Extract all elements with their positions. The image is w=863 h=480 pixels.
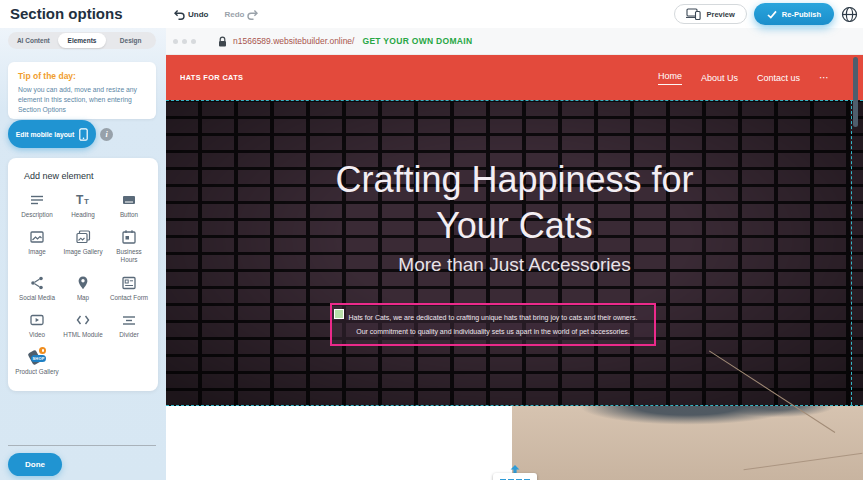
element-item-html-module[interactable]: HTML Module <box>60 311 106 339</box>
section-outline-right <box>851 101 852 405</box>
tab-ai-content[interactable]: AI Content <box>9 33 58 48</box>
element-item-label: Contact Form <box>110 294 148 302</box>
arrow-up-icon <box>510 465 520 473</box>
site-nav: Home About Us Contact us ⋯ <box>658 55 829 100</box>
nav-home[interactable]: Home <box>658 71 682 85</box>
site-preview-canvas: n1566589.websitebuilder.online/ GET YOUR… <box>166 28 863 480</box>
element-item-label: Video <box>29 331 45 339</box>
product-gallery-icon: SHOP <box>27 348 47 365</box>
element-item-label: Divider <box>119 331 139 339</box>
nav-about-us[interactable]: About Us <box>701 73 738 83</box>
tab-design[interactable]: Design <box>106 33 155 48</box>
element-item-social-media[interactable]: Social Media <box>14 274 60 302</box>
next-section-image <box>512 406 863 480</box>
map-pin-icon <box>75 274 91 291</box>
undo-redo-group: Undo Redo <box>172 0 260 28</box>
element-item-description[interactable]: Description <box>14 191 60 219</box>
element-item-label: Image <box>28 248 46 256</box>
top-toolbar: Section options Undo Redo Preview Re-Pub… <box>0 0 863 28</box>
site-logo[interactable]: HATS FOR CATS <box>180 55 243 100</box>
tab-label: AI Content <box>17 37 50 44</box>
hero-subheading[interactable]: More than Just Accessories <box>166 254 863 276</box>
info-icon[interactable]: i <box>100 128 113 141</box>
hero-heading-line1: Crafting Happiness for <box>166 157 863 203</box>
lock-icon <box>218 36 227 47</box>
element-item-divider[interactable]: Divider <box>106 311 152 339</box>
edit-mobile-label: Edit mobile layout <box>16 131 75 138</box>
top-right-actions: Preview Re-Publish <box>674 0 858 28</box>
heading-icon: TT <box>75 191 91 208</box>
canvas-scrollbar-thumb[interactable] <box>853 57 858 127</box>
redo-icon <box>247 8 260 21</box>
redo-button[interactable]: Redo <box>224 8 260 21</box>
paragraph-line1: Hats for Cats, we are dedicated to craft… <box>348 311 637 324</box>
social-media-icon <box>29 274 45 291</box>
republish-button[interactable]: Re-Publish <box>754 3 834 25</box>
image-icon <box>29 228 45 245</box>
republish-label: Re-Publish <box>782 10 821 19</box>
preview-button[interactable]: Preview <box>674 4 746 24</box>
divider-icon <box>121 311 137 328</box>
tab-elements[interactable]: Elements <box>58 33 107 48</box>
undo-label: Undo <box>188 10 208 19</box>
element-grid: Description TT Heading Button Image Imag… <box>8 181 158 376</box>
nav-more-icon[interactable]: ⋯ <box>819 72 829 83</box>
element-item-business-hours[interactable]: Business Hours <box>106 228 152 264</box>
element-item-label: Description <box>21 211 53 219</box>
add-element-title: Add new element <box>8 158 158 181</box>
hero-heading-line2: Your Cats <box>166 203 863 249</box>
element-item-label: Map <box>77 294 89 302</box>
element-item-image-gallery[interactable]: Image Gallery <box>60 228 106 264</box>
element-item-video[interactable]: Video <box>14 311 60 339</box>
get-own-domain-link[interactable]: GET YOUR OWN DOMAIN <box>362 36 472 46</box>
element-item-product-gallery[interactable]: SHOP Product Gallery <box>14 348 60 376</box>
nav-contact-us[interactable]: Contact us <box>757 73 800 83</box>
panel-tabs: AI Content Elements Design <box>8 32 156 49</box>
element-item-label: Product Gallery <box>15 368 58 376</box>
panel-divider <box>8 445 156 446</box>
element-item-button[interactable]: Button <box>106 191 152 219</box>
element-item-label: HTML Module <box>63 331 102 339</box>
undo-button[interactable]: Undo <box>172 8 208 21</box>
globe-language-icon[interactable] <box>841 6 858 23</box>
selected-paragraph-element[interactable]: Hats for Cats, we are dedicated to craft… <box>330 303 656 346</box>
svg-text:T: T <box>76 193 84 207</box>
selected-hero-section[interactable]: Crafting Happiness for Your Cats More th… <box>166 100 863 406</box>
tip-body: Now you can add, move and resize any ele… <box>18 85 146 116</box>
devices-icon <box>686 8 701 20</box>
hero-heading[interactable]: Crafting Happiness for Your Cats <box>166 157 863 249</box>
element-item-map[interactable]: Map <box>60 274 106 302</box>
site-header: HATS FOR CATS Home About Us Contact us ⋯ <box>166 55 863 100</box>
element-item-label: Heading <box>71 211 94 219</box>
element-item-label: Image Gallery <box>63 248 102 256</box>
shop-tag: SHOP <box>31 355 46 362</box>
selection-handle[interactable] <box>334 309 344 319</box>
html-code-icon <box>75 311 91 328</box>
phone-icon <box>79 128 88 141</box>
redo-label: Redo <box>224 10 244 19</box>
site-url[interactable]: n1566589.websitebuilder.online/ <box>233 36 354 46</box>
description-icon <box>29 191 45 208</box>
edit-mobile-layout-button[interactable]: Edit mobile layout <box>8 120 96 148</box>
done-button[interactable]: Done <box>8 453 62 476</box>
tab-label: Elements <box>68 37 97 44</box>
element-item-heading[interactable]: TT Heading <box>60 191 106 219</box>
contact-form-icon <box>121 274 137 291</box>
window-dots <box>173 39 196 44</box>
image-gallery-icon <box>75 228 91 245</box>
element-item-label: Social Media <box>19 294 55 302</box>
add-element-card: Add new element Description TT Heading B… <box>8 158 158 391</box>
element-item-label: Business Hours <box>107 248 151 264</box>
element-item-image[interactable]: Image <box>14 228 60 264</box>
section-resize-handle[interactable] <box>492 465 538 480</box>
business-hours-icon <box>121 228 137 245</box>
paragraph-line2: Our commitment to quality and individual… <box>356 325 630 338</box>
done-label: Done <box>25 460 45 469</box>
video-icon <box>29 311 45 328</box>
tip-title: Tip of the day: <box>18 71 146 81</box>
page-title: Section options <box>10 0 123 28</box>
button-icon <box>121 191 137 208</box>
new-badge-icon <box>39 347 46 354</box>
element-item-contact-form[interactable]: Contact Form <box>106 274 152 302</box>
tip-of-the-day-card: Tip of the day: Now you can add, move an… <box>8 62 156 119</box>
